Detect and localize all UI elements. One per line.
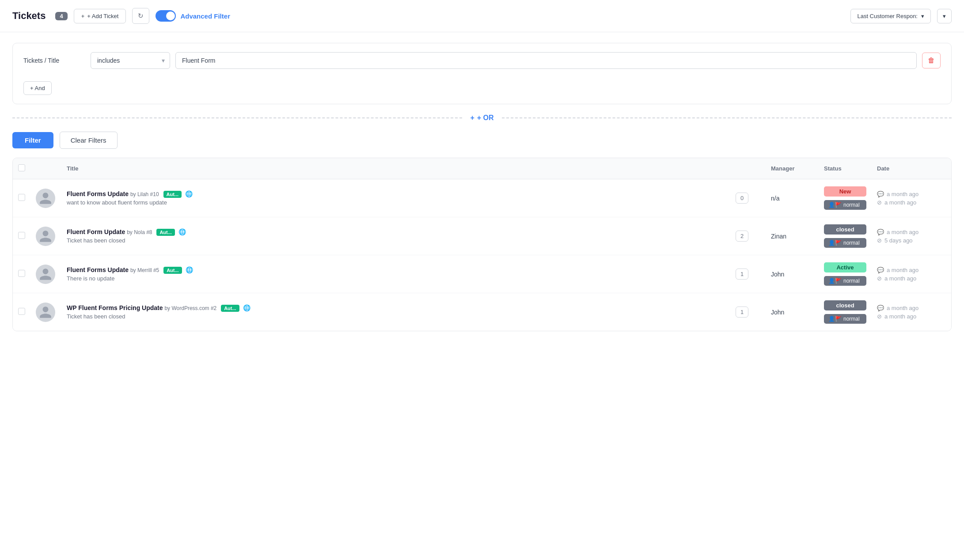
status-badge[interactable]: New <box>824 186 866 197</box>
advanced-filter-label[interactable]: Advanced Filter <box>180 12 230 20</box>
row-title-cell: Fluent Forms Update by Lilah #10 Aut... … <box>61 190 730 206</box>
status-badge[interactable]: closed <box>824 300 866 310</box>
row-date-cell: 💬 a month ago ⊘ a month ago <box>872 267 951 282</box>
add-or-condition-button[interactable]: + + OR <box>462 114 501 122</box>
person-flag-icon: 👤🚩 <box>828 278 842 284</box>
person-flag-icon: 👤🚩 <box>828 316 842 322</box>
date-updated-row: ⊘ a month ago <box>877 199 946 206</box>
priority-label: normal <box>843 240 860 246</box>
chevron-down-icon: ▾ <box>943 13 946 19</box>
row-status-cell: New 👤🚩 normal <box>819 186 872 210</box>
ticket-description: Ticket has been closed <box>67 237 725 244</box>
row-manager-cell: John <box>766 309 819 316</box>
filter-button[interactable]: Filter <box>12 132 53 148</box>
date-created-row: 💬 a month ago <box>877 305 946 311</box>
row-reply-cell: 2 <box>730 231 766 242</box>
date-column: 💬 a month ago ⊘ a month ago <box>877 267 946 282</box>
tickets-table: Title Manager Status Date Fluent Forms U… <box>12 158 952 331</box>
refresh-icon: ↻ <box>138 12 144 20</box>
row-status-cell: closed 👤🚩 normal <box>819 300 872 324</box>
globe-icon: 🌐 <box>243 304 250 311</box>
ticket-title[interactable]: Fluent Forms Update <box>67 190 129 197</box>
plus-icon: + <box>81 13 85 19</box>
ticket-title[interactable]: WP Fluent Forms Pricing Update <box>67 304 163 311</box>
row-avatar-cell <box>30 303 61 322</box>
col-title: Title <box>61 165 730 172</box>
date-column: 💬 a month ago ⊘ a month ago <box>877 191 946 206</box>
reply-count: 2 <box>736 231 748 242</box>
row-checkbox[interactable] <box>18 270 25 277</box>
ticket-title[interactable]: Fluent Forms Update <box>67 266 129 273</box>
row-checkbox-cell <box>13 270 30 278</box>
plus-icon: + <box>470 114 474 122</box>
col-date: Date <box>872 165 951 172</box>
ticket-tag[interactable]: Aut... <box>163 267 182 274</box>
row-title-cell: WP Fluent Forms Pricing Update by WordPr… <box>61 304 730 320</box>
globe-icon: 🌐 <box>178 228 186 235</box>
avatar <box>36 303 55 322</box>
filter-row: Tickets / Title includes excludes equals… <box>23 52 941 69</box>
row-date-cell: 💬 a month ago ⊘ 5 days ago <box>872 229 951 244</box>
ticket-count-badge: 4 <box>55 12 67 20</box>
or-divider: + + OR <box>12 114 952 122</box>
table-row: WP Fluent Forms Pricing Update by WordPr… <box>13 293 951 331</box>
chat-icon: 💬 <box>877 305 884 311</box>
status-column: New 👤🚩 normal <box>824 186 866 210</box>
refresh-button[interactable]: ↻ <box>132 8 149 24</box>
date-column: 💬 a month ago ⊘ a month ago <box>877 305 946 320</box>
date-updated-row: ⊘ a month ago <box>877 275 946 282</box>
filter-text-input[interactable] <box>175 52 917 69</box>
chat-icon: 💬 <box>877 267 884 273</box>
add-and-condition-button[interactable]: + And <box>23 81 52 95</box>
ticket-description: want to know about fluent forms update <box>67 199 725 206</box>
person-flag-icon: 👤🚩 <box>828 240 842 246</box>
row-avatar-cell <box>30 265 61 284</box>
status-column: Active 👤🚩 normal <box>824 262 866 286</box>
sort-dropdown[interactable]: Last Customer Respon: ▾ <box>850 9 931 23</box>
row-checkbox[interactable] <box>18 194 25 201</box>
clock-icon: ⊘ <box>877 313 882 320</box>
filter-operator-select[interactable]: includes excludes equals starts with end… <box>91 52 170 69</box>
row-checkbox-cell <box>13 308 30 316</box>
priority-badge: 👤🚩 normal <box>824 276 866 286</box>
date-created: a month ago <box>887 305 918 311</box>
row-checkbox[interactable] <box>18 232 25 239</box>
date-updated-row: ⊘ a month ago <box>877 313 946 320</box>
select-all-checkbox[interactable] <box>18 164 25 171</box>
table-row: Fluent Forms Update by Merrill #5 Aut...… <box>13 255 951 293</box>
priority-label: normal <box>843 316 860 322</box>
row-reply-cell: 0 <box>730 193 766 204</box>
ticket-title[interactable]: Fluent Form Update <box>67 228 125 235</box>
row-title-cell: Fluent Forms Update by Merrill #5 Aut...… <box>61 266 730 282</box>
filter-operator-wrap: includes excludes equals starts with end… <box>91 52 170 69</box>
ticket-tag[interactable]: Aut... <box>156 229 175 236</box>
ticket-by: by WordPress.com #2 <box>164 305 216 311</box>
status-badge[interactable]: Active <box>824 262 866 272</box>
row-reply-cell: 1 <box>730 269 766 280</box>
filter-actions: Filter Clear Filters <box>12 132 952 149</box>
status-badge[interactable]: closed <box>824 224 866 235</box>
row-status-cell: closed 👤🚩 normal <box>819 224 872 248</box>
row-avatar-cell <box>30 227 61 246</box>
col-status: Status <box>819 165 872 172</box>
date-created: a month ago <box>887 267 918 273</box>
clear-filters-button[interactable]: Clear Filters <box>60 132 118 149</box>
table-row: Fluent Forms Update by Lilah #10 Aut... … <box>13 179 951 217</box>
priority-label: normal <box>843 202 860 208</box>
advanced-filter-toggle[interactable] <box>156 10 176 22</box>
or-divider-line-left <box>12 117 462 118</box>
row-checkbox[interactable] <box>18 308 25 315</box>
date-updated: 5 days ago <box>884 237 913 244</box>
delete-filter-button[interactable]: 🗑 <box>922 53 941 68</box>
add-ticket-button[interactable]: + + Add Ticket <box>74 9 126 23</box>
clock-icon: ⊘ <box>877 275 882 282</box>
date-updated-row: ⊘ 5 days ago <box>877 237 946 244</box>
date-created: a month ago <box>887 229 918 235</box>
priority-label: normal <box>843 278 860 284</box>
table-row: Fluent Form Update by Nola #8 Aut... 🌐 T… <box>13 217 951 255</box>
sort-order-toggle[interactable]: ▾ <box>937 9 952 23</box>
avatar <box>36 227 55 246</box>
ticket-tag[interactable]: Aut... <box>221 305 239 312</box>
ticket-tag[interactable]: Aut... <box>163 191 182 198</box>
globe-icon: 🌐 <box>186 266 193 273</box>
